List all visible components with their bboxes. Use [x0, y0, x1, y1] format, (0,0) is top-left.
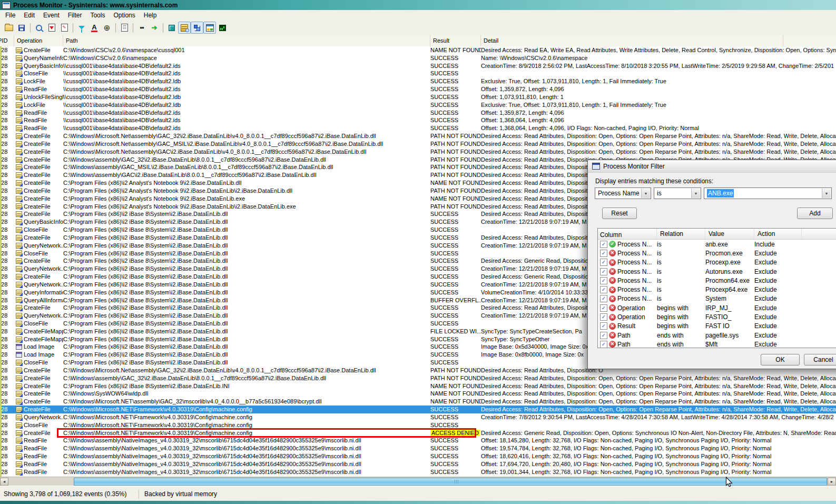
highlight-icon[interactable]: A	[88, 22, 101, 34]
table-row[interactable]: 428CloseFile\\cussql001\ibase4data\ibase…	[0, 70, 836, 77]
title-bar[interactable]: Process Monitor - Sysinternals: www.sysi…	[0, 0, 836, 10]
jump-to-icon[interactable]: ➔	[148, 22, 161, 34]
find-icon[interactable]: ●●	[135, 22, 148, 34]
table-row[interactable]: 428CreateFileC:\Windows\CSC\v2.0.6\names…	[0, 46, 836, 54]
checkbox-checked[interactable]: ✓	[600, 277, 607, 284]
file-activity-icon[interactable]	[178, 22, 191, 34]
network-activity-icon[interactable]	[191, 22, 203, 34]
filter-rule-row[interactable]: ✓✕Process N...isProcexp64.exeExclude	[598, 285, 836, 294]
table-row[interactable]: 428ReadFile\\cussql001\ibase4data\ibase4…	[0, 124, 836, 132]
menu-options[interactable]: Options	[109, 11, 139, 20]
checkbox-checked[interactable]: ✓	[600, 286, 607, 293]
column-header-operation[interactable]: Operation	[14, 35, 63, 46]
filter-rule-row[interactable]: ✓✕Pathends withpagefile.sysExclude	[598, 331, 836, 340]
open-file-icon[interactable]	[3, 22, 15, 34]
table-row[interactable]: 428CreateFileC:\Windows\Microsoft.NET\Fr…	[0, 429, 836, 437]
menu-event[interactable]: Event	[39, 11, 64, 20]
filter-rule-row[interactable]: ✓✕Process N...isProcexp.exeExclude	[598, 258, 836, 267]
table-row[interactable]: 428CreateFileC:\Windows\assembly\GAC_32\…	[0, 374, 836, 382]
column-header-detail[interactable]: Detail	[481, 35, 783, 46]
scrollbar-thumb[interactable]	[74, 478, 827, 486]
column-header-pid[interactable]: PID	[0, 35, 14, 46]
table-row[interactable]: 428ReadFile\\cussql001\ibase4data\ibase4…	[0, 116, 836, 124]
checkbox-checked[interactable]: ✓	[600, 295, 607, 302]
checkbox-checked[interactable]: ✓	[600, 259, 607, 266]
horizontal-scrollbar[interactable]: ◄ ►	[0, 477, 836, 486]
menu-filter[interactable]: Filter	[64, 11, 86, 20]
filter-header-value[interactable]: Value	[705, 229, 754, 239]
registry-activity-icon[interactable]	[165, 22, 178, 34]
include-process-icon[interactable]: ⊕	[101, 22, 113, 34]
checkbox-checked[interactable]: ✓	[600, 241, 607, 248]
scroll-right-icon[interactable]: ►	[828, 478, 836, 486]
table-row[interactable]: 428QueryNameInfo...C:\Windows\CSC\v2.0.6…	[0, 54, 836, 62]
table-row[interactable]: 428ReadFileC:\Windows\assembly\NativeIma…	[0, 444, 836, 452]
scroll-left-icon[interactable]: ◄	[0, 478, 8, 486]
filter-relation-select[interactable]: is ▼	[654, 187, 701, 199]
result-value: SUCCESS	[430, 289, 458, 295]
filter-header-column[interactable]: Column	[598, 229, 657, 239]
table-row[interactable]: 428CreateFileC:\Windows\Microsoft.NET\as…	[0, 398, 836, 406]
filter-rule-row[interactable]: ✓✕Process N...isSystemExclude	[598, 294, 836, 303]
clear-display-icon[interactable]: ✎	[58, 22, 71, 34]
filter-rule-row[interactable]: ✓✕Process N...isProcmon.exeExclude	[598, 249, 836, 258]
table-row[interactable]: 428ReadFile\\cussql001\ibase4data\ibase4…	[0, 85, 836, 93]
checkbox-checked[interactable]: ✓	[600, 304, 607, 312]
table-row[interactable]: 428ReadFileC:\Windows\assembly\NativeIma…	[0, 437, 836, 444]
table-row[interactable]: 428CreateFileC:\Program Files (x86)\i2 i…	[0, 382, 836, 390]
chevron-down-icon[interactable]: ▼	[822, 189, 831, 198]
menu-help[interactable]: Help	[140, 11, 161, 20]
filter-rule-row[interactable]: ✓✕Pathends with$MftExclude	[598, 340, 836, 348]
filter-header-relation[interactable]: Relation	[657, 229, 705, 239]
checkbox-checked[interactable]: ✓	[600, 332, 607, 339]
profiling-events-icon[interactable]	[216, 22, 229, 34]
checkbox-checked[interactable]: ✓	[600, 313, 607, 321]
column-header-result[interactable]: Result	[430, 35, 481, 46]
table-row[interactable]: 428ReadFileC:\Windows\assembly\NativeIma…	[0, 452, 836, 460]
table-row[interactable]: 428QueryNetwork...C:\Windows\Microsoft.N…	[0, 413, 836, 421]
menu-file[interactable]: File	[1, 11, 19, 20]
filter-rule-row[interactable]: ✓✕Resultbegins withFAST IOExclude	[598, 322, 836, 331]
table-row[interactable]: 428ReadFileC:\Windows\assembly\NativeIma…	[0, 468, 836, 476]
filter-value-input[interactable]: ANB.exe ▼	[704, 187, 832, 199]
menu-tools[interactable]: Tools	[86, 11, 109, 20]
column-header-path[interactable]: Path	[63, 35, 430, 46]
dialog-title-bar[interactable]: Process Monitor Filter	[588, 160, 836, 173]
filter-rule-row[interactable]: ✓✕Operationbegins withIRP_MJ_Exclude	[598, 303, 836, 312]
cancel-button[interactable]: Cancel	[804, 354, 836, 365]
table-row[interactable]: 428CreateFileC:\Windows\Microsoft.Net\as…	[0, 148, 836, 156]
checkbox-checked[interactable]: ✓	[600, 322, 607, 330]
table-row[interactable]: 428QueryBasicInfor...\\cussql001\ibase4d…	[0, 62, 836, 70]
filter-rule-row[interactable]: ✓✕Process N...isAutoruns.exeExclude	[598, 267, 836, 276]
checkbox-checked[interactable]: ✓	[600, 250, 607, 257]
filter-icon[interactable]	[75, 22, 88, 34]
checkbox-checked[interactable]: ✓	[600, 268, 607, 275]
table-row[interactable]: 428LockFile\\cussql001\ibase4data\ibase4…	[0, 77, 836, 85]
table-row[interactable]: 428CreateFileC:\Windows\Microsoft.Net\as…	[0, 132, 836, 140]
filter-column-select[interactable]: Process Name ▼	[595, 187, 651, 199]
table-row[interactable]: 428LockFile\\cussql001\ibase4data\ibase4…	[0, 101, 836, 109]
save-icon[interactable]	[15, 22, 28, 34]
checkbox-checked[interactable]: ✓	[600, 341, 607, 348]
add-button[interactable]: Add	[797, 207, 833, 219]
reset-button[interactable]: Reset	[602, 207, 637, 219]
filter-rule-row[interactable]: ✓✕Process N...isProcmon64.exeExclude	[598, 276, 836, 285]
table-row[interactable]: 428CreateFileC:\Windows\Microsoft.NET\Fr…	[0, 406, 836, 413]
chevron-down-icon[interactable]: ▼	[691, 189, 700, 198]
menu-edit[interactable]: Edit	[19, 11, 39, 20]
table-row[interactable]: 428ReadFile\\cussql001\ibase4data\ibase4…	[0, 109, 836, 117]
filter-rule-row[interactable]: ✓✓Process N...isanb.exeInclude	[598, 240, 836, 249]
capture-icon[interactable]	[33, 22, 45, 34]
filter-rule-row[interactable]: ✓✕Operationbegins withFASTIO_Exclude	[598, 312, 836, 321]
process-activity-icon[interactable]	[203, 22, 216, 34]
table-row[interactable]: 428ReadFileC:\Windows\assembly\NativeIma…	[0, 460, 836, 468]
process-tree-icon[interactable]	[118, 22, 131, 34]
table-row[interactable]: 428CreateFileC:\Windows\Microsoft.Net\as…	[0, 140, 836, 148]
chevron-down-icon[interactable]: ▼	[641, 189, 650, 198]
ok-button[interactable]: OK	[761, 354, 800, 365]
autoscroll-icon[interactable]	[45, 22, 58, 34]
table-row[interactable]: 428CloseFileC:\Windows\Microsoft.NET\Fra…	[0, 421, 836, 429]
filter-header-action[interactable]: Action	[754, 229, 802, 239]
table-row[interactable]: 428CreateFileC:\Windows\SysWOW64\wldp.dl…	[0, 390, 836, 398]
table-row[interactable]: 428UnlockFileSingle\\cussql001\ibase4dat…	[0, 93, 836, 101]
